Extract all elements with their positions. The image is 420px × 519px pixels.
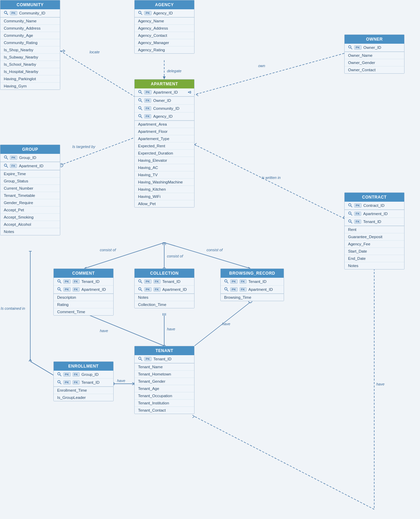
- comment-entity: COMMENT PK FK Tenant_ID PK FK Apartment_…: [53, 268, 114, 316]
- svg-line-1: [60, 51, 134, 96]
- svg-line-3: [63, 50, 65, 51]
- field-name: Is_Hospital_Nearby: [4, 70, 38, 74]
- svg-text:have: have: [222, 322, 230, 326]
- svg-point-75: [139, 11, 141, 14]
- field-row: Expected_Rent: [135, 142, 194, 150]
- svg-line-36: [164, 243, 250, 268]
- field-row: Group_Status: [0, 178, 60, 185]
- pk-badge: PK: [10, 156, 17, 160]
- field-row: Community_Address: [0, 25, 60, 32]
- field-name: Owner_ID: [153, 98, 171, 103]
- svg-text:Is targeted by: Is targeted by: [72, 145, 96, 149]
- fk-badge: FK: [154, 279, 160, 284]
- field-row: Descripton: [54, 294, 113, 301]
- fk-badge: FK: [354, 212, 361, 216]
- key-icon: [348, 45, 353, 50]
- svg-line-40: [84, 313, 164, 346]
- field-name: Is_School_Nearby: [4, 62, 36, 66]
- field-row: Enrollment_Time: [54, 387, 113, 394]
- key-icon: [348, 211, 353, 216]
- svg-point-97: [58, 280, 60, 282]
- contract-entity: CONTRACT PK Contract_ID FK Apartment_ID …: [344, 192, 405, 269]
- field-row: Is_Shop_Nearby: [0, 46, 60, 54]
- apartment-entity: APARTMENT PK Apartment_ID FK Owner_ID FK…: [134, 79, 195, 208]
- field-name: Group_ID: [19, 156, 36, 160]
- field-name: Having_Parkinglot: [4, 77, 36, 81]
- key-icon: [224, 287, 229, 292]
- svg-line-76: [141, 13, 143, 15]
- contract-fk-apt: FK Apartment_ID: [345, 210, 404, 218]
- field-name: Community_ID: [19, 11, 45, 15]
- field-row: Tenant_Institution: [135, 400, 194, 407]
- svg-point-89: [4, 164, 7, 167]
- group-header: GROUP: [0, 145, 60, 154]
- key-icon: [57, 279, 62, 284]
- svg-line-82: [141, 101, 143, 103]
- pk-badge: PK: [63, 287, 71, 292]
- key-icon: [4, 11, 9, 15]
- field-name: Tenant_ID: [162, 279, 180, 284]
- svg-line-15: [60, 138, 134, 165]
- field-row: Having_Elevator: [135, 157, 194, 164]
- fk-badge: FK: [240, 279, 246, 284]
- field-name: Owner_ID: [364, 45, 381, 50]
- svg-line-23: [195, 143, 197, 145]
- key-icon: [4, 163, 9, 168]
- field-row: Tenant_Contact: [135, 407, 194, 414]
- field-name: Apartment_ID: [154, 90, 178, 94]
- pk-badge: PK: [144, 11, 151, 15]
- svg-text:consist of: consist of: [167, 254, 183, 258]
- community-header: COMMUNITY: [0, 0, 60, 9]
- fk-badge: FK: [73, 372, 80, 377]
- field-row: Start_Date: [345, 248, 404, 255]
- svg-line-24: [195, 145, 197, 146]
- field-name: Apartment_ID: [162, 287, 187, 292]
- svg-point-113: [58, 381, 60, 383]
- field-row: Accept_Alcohol: [0, 221, 60, 228]
- fk-badge: FK: [73, 287, 80, 292]
- field-name: Community_Name: [4, 19, 36, 23]
- field-row: Rating: [54, 301, 113, 308]
- key-icon: [138, 90, 143, 95]
- field-row: Notes: [345, 262, 404, 269]
- field-name: Community_Age: [4, 33, 33, 38]
- pk-badge: PK: [144, 357, 151, 361]
- svg-line-106: [227, 282, 229, 284]
- field-row: Is_School_Nearby: [0, 61, 60, 68]
- tenant-pk-row: PK Tenant_ID: [135, 355, 194, 363]
- agency-header: AGENCY: [135, 0, 194, 9]
- community-entity: COMMUNITY PK Community_ID Community_Name…: [0, 0, 60, 90]
- pk-badge: PK: [10, 11, 17, 15]
- field-row: Having_Gym: [0, 83, 60, 89]
- pk-badge: PK: [144, 90, 151, 94]
- key-icon: [138, 11, 143, 15]
- svg-line-78: [351, 48, 353, 50]
- key-icon: [138, 98, 143, 103]
- field-name: Is_Shop_Nearby: [4, 48, 33, 52]
- apartment-header: APARTMENT: [135, 80, 194, 88]
- svg-point-93: [349, 212, 351, 214]
- svg-line-114: [60, 383, 62, 384]
- key-icon: [138, 106, 143, 111]
- svg-line-90: [7, 166, 8, 168]
- field-name: Tenant_ID: [82, 380, 99, 384]
- apartment-fk-owner: FK Owner_ID: [135, 97, 194, 105]
- collection-header: COLLECTION: [135, 269, 194, 278]
- field-name: Agency_ID: [154, 11, 173, 15]
- field-row: Having_AC: [135, 164, 194, 171]
- comment-pkfk-tenant: PK FK Tenant_ID: [54, 278, 113, 286]
- svg-line-53: [195, 416, 374, 509]
- field-row: Notes: [135, 294, 194, 301]
- field-row: Agency_Address: [135, 25, 194, 32]
- enrollment-pkfk-group: PK FK Group_ID: [54, 371, 113, 379]
- group-fk-apt: FK Apartment_ID: [0, 162, 60, 170]
- svg-line-94: [351, 214, 353, 216]
- key-icon: [57, 380, 62, 385]
- field-name: Apartment_ID: [363, 212, 388, 216]
- field-row: Having_Parkinglot: [0, 75, 60, 83]
- many-icon: [188, 91, 191, 94]
- field-name: Community_Rating: [4, 41, 38, 45]
- browsing-pkfk-tenant: PK FK Tenant_ID: [221, 278, 284, 286]
- field-row: Community_Rating: [0, 39, 60, 46]
- field-row: Owner_Contact: [345, 66, 404, 73]
